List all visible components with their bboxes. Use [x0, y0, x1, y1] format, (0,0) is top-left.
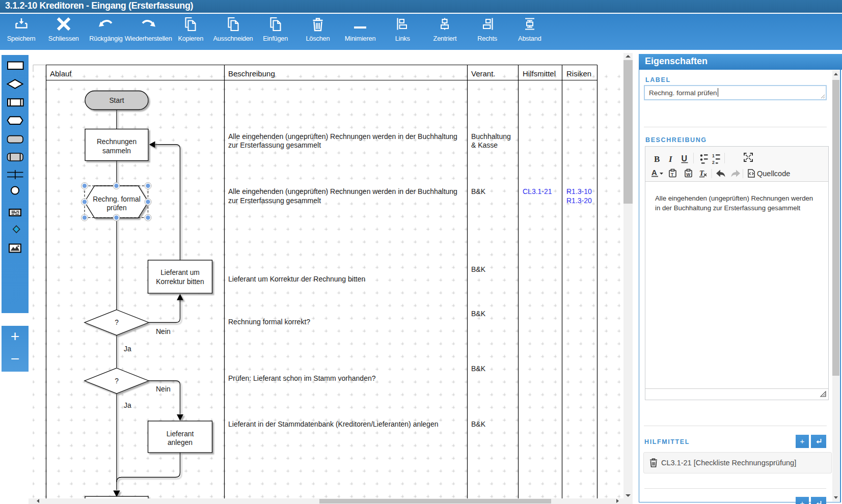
svg-text:zur Ersterfassung gesammelt: zur Ersterfassung gesammelt: [228, 141, 321, 149]
svg-text:Ja: Ja: [124, 401, 131, 409]
svg-text:Alle eingehenden (ungeprüften): Alle eingehenden (ungeprüften) Rechnunge…: [228, 187, 457, 195]
svg-text:U: U: [682, 154, 688, 163]
svg-text:Rechnung formal korrekt?: Rechnung formal korrekt?: [228, 318, 310, 326]
svg-text:prüfen: prüfen: [106, 204, 126, 212]
svg-text:Ablauf: Ablauf: [50, 69, 72, 78]
svg-text:?: ?: [115, 377, 119, 385]
svg-text:Lieferant: Lieferant: [167, 430, 194, 438]
svg-text:B&K: B&K: [471, 187, 486, 195]
svg-text:Prüfen: Lieferant schon im Sta: Prüfen: Lieferant schon im Stamm vorhand…: [228, 374, 376, 382]
svg-text:Lieferant um Korrektur der Rec: Lieferant um Korrektur der Rechnung bitt…: [228, 275, 365, 283]
svg-text:Lieferant in der Stammdatenban: Lieferant in der Stammdatenbank (Kredito…: [228, 420, 438, 428]
svg-text:?: ?: [115, 319, 119, 326]
svg-text:W: W: [686, 172, 691, 177]
svg-text:Rechnungen: Rechnungen: [97, 138, 137, 146]
svg-text:2: 2: [712, 160, 715, 165]
svg-text:Beschreibung: Beschreibung: [228, 69, 275, 78]
svg-text:R1.3-20: R1.3-20: [566, 197, 592, 205]
svg-text:B&K: B&K: [471, 365, 486, 373]
svg-text:1: 1: [712, 153, 715, 158]
svg-text:Ja: Ja: [124, 345, 131, 353]
svg-text:Nein: Nein: [156, 327, 171, 335]
svg-text:Korrektur bitten: Korrektur bitten: [156, 278, 204, 286]
svg-text:Buchhaltung: Buchhaltung: [471, 132, 511, 141]
svg-text:& Kasse: & Kasse: [471, 141, 498, 149]
svg-text:I: I: [668, 154, 673, 164]
svg-text:Alle eingehenden (ungeprüften): Alle eingehenden (ungeprüften) Rechnunge…: [228, 132, 457, 141]
svg-text:Quellcode: Quellcode: [757, 170, 790, 178]
svg-text:Nein: Nein: [156, 385, 171, 393]
svg-text:T: T: [699, 169, 704, 177]
svg-text:Lieferant um: Lieferant um: [160, 269, 200, 276]
svg-text:zur Ersterfassung gesammelt: zur Ersterfassung gesammelt: [228, 197, 321, 205]
svg-text:B&K: B&K: [471, 265, 486, 273]
svg-text:A: A: [651, 168, 657, 177]
svg-text:B&K: B&K: [471, 420, 486, 428]
svg-text:Hilfsmittel: Hilfsmittel: [523, 69, 556, 78]
svg-text:Verant.: Verant.: [471, 69, 496, 78]
svg-text:B: B: [654, 154, 660, 164]
svg-text:Start: Start: [109, 97, 124, 104]
svg-text:T: T: [671, 172, 674, 177]
svg-text:B&K: B&K: [471, 310, 486, 318]
svg-text:anlegen: anlegen: [168, 439, 193, 446]
svg-text:sammeln: sammeln: [102, 147, 131, 155]
svg-text:CL3.1-21: CL3.1-21: [523, 187, 552, 195]
svg-text:R1.3-10: R1.3-10: [566, 187, 592, 195]
svg-text:Rechng. formal: Rechng. formal: [93, 195, 141, 203]
svg-text:Risiken: Risiken: [566, 69, 591, 78]
